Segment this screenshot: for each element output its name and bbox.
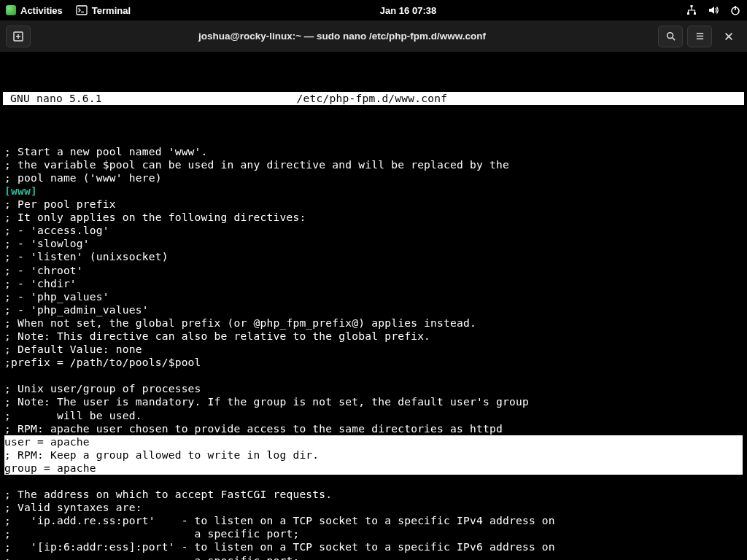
app-menu[interactable]: Terminal	[76, 4, 131, 16]
svg-rect-3	[687, 12, 689, 15]
power-icon	[729, 4, 741, 16]
activities-button[interactable]: Activities	[6, 5, 63, 16]
terminal-area[interactable]: GNU nano 5.6.1 /etc/php-fpm.d/www.conf ;…	[0, 52, 747, 560]
window-titlebar: joshua@rocky-linux:~ — sudo nano /etc/ph…	[0, 20, 747, 52]
menu-button[interactable]	[687, 26, 712, 47]
svg-rect-4	[694, 12, 696, 15]
search-button[interactable]	[658, 26, 683, 47]
svg-rect-0	[77, 6, 87, 15]
nano-version: GNU nano 5.6.1	[10, 92, 102, 105]
app-menu-label: Terminal	[92, 5, 131, 16]
new-tab-button[interactable]	[6, 26, 31, 47]
gnome-top-bar: Activities Terminal Jan 16 07:38	[0, 0, 747, 20]
clock[interactable]: Jan 16 07:38	[380, 5, 436, 16]
system-tray[interactable]	[686, 4, 741, 16]
activities-icon	[6, 5, 16, 15]
file-text-c: ; The address on which to accept FastCGI…	[4, 488, 555, 560]
window-title: joshua@rocky-linux:~ — sudo nano /etc/ph…	[31, 31, 654, 42]
close-button[interactable]	[716, 26, 741, 47]
selected-text: user = apache ; RPM: Keep a group allowe…	[4, 435, 743, 475]
svg-point-10	[667, 33, 673, 39]
nano-header: GNU nano 5.6.1 /etc/php-fpm.d/www.conf	[3, 92, 744, 105]
network-icon	[686, 4, 697, 16]
file-text-a: ; Start a new pool named 'www'. ; the va…	[4, 145, 509, 184]
volume-icon	[708, 4, 719, 16]
file-text-b: ; Per pool prefix ; It only applies on t…	[4, 198, 529, 435]
svg-rect-2	[691, 5, 693, 7]
terminal-icon	[76, 4, 88, 16]
editor-buffer[interactable]: ; Start a new pool named 'www'. ; the va…	[3, 145, 744, 560]
section-header: [www]	[4, 184, 37, 197]
activities-label: Activities	[20, 5, 63, 16]
nano-file-path: /etc/php-fpm.d/www.conf	[190, 92, 554, 105]
svg-line-11	[672, 38, 675, 41]
